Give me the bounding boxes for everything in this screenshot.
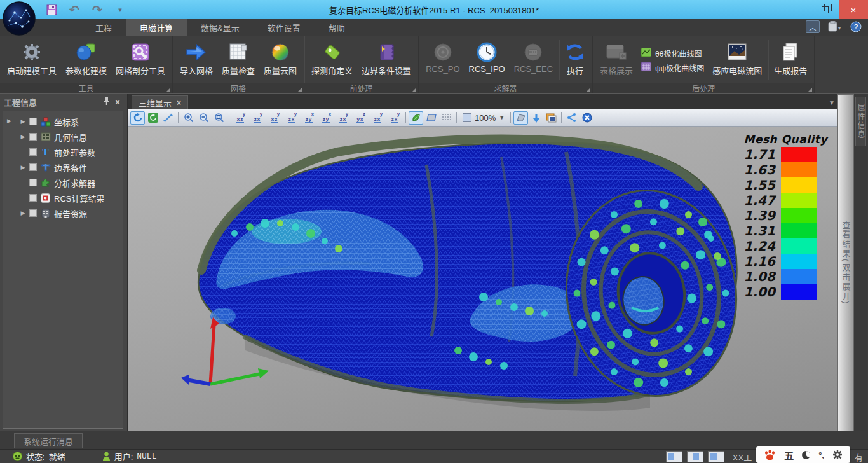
quality-check-button[interactable]: 质量检查 (217, 38, 259, 83)
tab-help[interactable]: 帮助 (315, 19, 359, 36)
arrow-down-icon[interactable] (529, 111, 543, 125)
view-preset-button[interactable]: yzx (386, 111, 403, 125)
results-collapsed-bar[interactable]: 查看结果(双击展开) (837, 94, 854, 431)
view-preset-button[interactable]: zyx (352, 111, 369, 125)
restore-button[interactable] (811, 0, 839, 19)
boundary-cfg-button[interactable]: 边界条件设置 (357, 38, 416, 83)
tree-root-expander[interactable]: ▶ (7, 118, 11, 124)
rcs-eec-button[interactable]: RCS_EEC (510, 38, 557, 83)
legend-swatch (781, 284, 817, 300)
ribbon-collapse-icon[interactable]: ︿ (806, 20, 820, 33)
group-launcher-postprocess[interactable] (808, 88, 812, 92)
tab-project[interactable]: 工程 (81, 19, 126, 36)
minimize-button[interactable]: – (783, 0, 811, 19)
puzzle-icon (40, 177, 51, 188)
tree-item-label: 坐标系 (54, 116, 79, 128)
property-info-tab[interactable]: 属性信息 (855, 97, 866, 146)
view-preset-button[interactable]: xzy (318, 111, 334, 125)
gen-report-button[interactable]: 生成报告 (770, 38, 811, 83)
ime-settings-gear-icon[interactable] (832, 450, 843, 460)
parameter-icon: T (40, 147, 51, 157)
checkbox[interactable] (29, 194, 37, 202)
tree-item-coordinates[interactable]: ▶ 坐标系 (17, 114, 123, 129)
rcs-ipo-button[interactable]: RCS_IPO (465, 38, 510, 83)
close-button[interactable]: × (839, 0, 868, 19)
legend-value: 1.31 (744, 223, 781, 238)
pick-face-icon[interactable] (513, 111, 528, 125)
tab-em-compute[interactable]: 电磁计算 (126, 19, 187, 36)
layout-right-button[interactable] (708, 451, 724, 462)
legend-swatch (781, 147, 817, 162)
tree-item-geometry[interactable]: ▶ 几何信息 (17, 129, 123, 144)
shaded-view-icon[interactable] (409, 111, 423, 125)
tab-settings[interactable]: 软件设置 (254, 19, 315, 36)
mesh-model[interactable] (128, 127, 836, 430)
mesh-tool-button[interactable]: 网格剖分工具 (111, 38, 170, 83)
zoom-level-dropdown[interactable]: 100% ▼ (459, 111, 508, 125)
wireframe-view-icon[interactable] (424, 111, 438, 125)
tab-data-display[interactable]: 数据&显示 (187, 19, 254, 36)
window-style-icon[interactable]: ▾ (827, 20, 841, 33)
checkbox[interactable] (29, 148, 37, 156)
tab-overflow-icon[interactable]: ▼ (829, 99, 835, 106)
pan-icon[interactable] (161, 111, 175, 125)
zoom-out-icon[interactable] (196, 111, 211, 125)
tree-item-boundary[interactable]: ▶ 边界条件 (17, 160, 123, 175)
tab-close-icon[interactable]: × (177, 99, 181, 107)
pin-icon[interactable] (100, 97, 112, 107)
view-preset-button[interactable]: yzx (283, 111, 300, 125)
tree-item-report-resources[interactable]: ▶ 报告资源 (17, 205, 123, 221)
legend-value: 1.08 (744, 269, 781, 284)
view-preset-button[interactable]: xzy (301, 111, 317, 125)
view-preset-button[interactable]: yzx (369, 111, 386, 125)
close-view-icon[interactable] (580, 111, 594, 125)
probe-angle-button[interactable]: 探测角定义 (307, 38, 357, 83)
view-preset-button[interactable]: yzx (335, 111, 351, 125)
checkbox[interactable] (29, 133, 37, 141)
rcs-po-button[interactable]: RCS_PO (421, 38, 464, 83)
tree-item-rcs-results[interactable]: RCS计算结果 (17, 190, 123, 205)
zoom-in-icon[interactable] (181, 111, 196, 125)
share-link-icon[interactable] (564, 111, 579, 125)
layout-left-button[interactable] (666, 451, 682, 462)
table-show-button[interactable]: 表格展示 (595, 38, 637, 83)
ime-fullhalf-icon[interactable] (802, 451, 810, 459)
checkbox[interactable] (29, 209, 37, 217)
checkbox[interactable] (29, 118, 37, 125)
group-launcher-preprocess[interactable] (412, 88, 416, 92)
import-mesh-button[interactable]: 导入网格 (175, 38, 217, 83)
ime-logo-icon[interactable] (764, 449, 776, 460)
checkbox[interactable] (29, 179, 37, 186)
scene-capture-icon[interactable] (544, 111, 559, 125)
system-message-tab[interactable]: 系统运行消息 (14, 433, 83, 448)
quality-cloud-button[interactable]: 质量云图 (259, 38, 301, 83)
viewport-canvas[interactable]: Mesh Quality 1.71 1.63 1.55 1.47 1.39 1.… (128, 127, 837, 431)
group-launcher-solver[interactable] (587, 88, 590, 92)
help-icon[interactable]: ? (849, 20, 863, 33)
launch-modeler-button[interactable]: 启动建模工具 (3, 38, 61, 83)
view-preset-button[interactable]: yxz (232, 111, 248, 125)
execute-button[interactable]: 执行 (560, 38, 590, 83)
group-launcher-tools[interactable] (166, 88, 170, 92)
points-view-icon[interactable] (439, 111, 454, 125)
tree-item-preprocess-params[interactable]: T 前处理参数 (17, 144, 123, 160)
ime-shape-mode[interactable]: 五 (784, 448, 794, 462)
zoom-extents-icon[interactable] (212, 111, 226, 125)
app-logo-icon[interactable] (2, 1, 36, 36)
panel-close-icon[interactable]: × (112, 97, 123, 107)
param-modeling-button[interactable]: 参数化建模 (61, 38, 111, 83)
tab-3d-display[interactable]: 三维显示 × (132, 95, 188, 109)
checkbox[interactable] (29, 163, 37, 171)
layout-center-button[interactable] (687, 451, 703, 462)
view-preset-button[interactable]: yxz (266, 111, 283, 125)
ime-punct-mode[interactable]: °, (818, 450, 824, 460)
quality-cloud-label: 质量云图 (264, 64, 297, 76)
tree-item-solver[interactable]: 分析求解器 (17, 175, 123, 190)
induced-flow-button[interactable]: 感应电磁流图 (708, 38, 766, 83)
view-preset-button[interactable]: yzx (249, 111, 266, 125)
spin-view-icon[interactable] (146, 111, 160, 125)
group-launcher-mesh[interactable] (298, 88, 302, 92)
theta-curve-button[interactable]: θθ极化曲线图 (641, 48, 704, 59)
psi-curve-button[interactable]: ψψ极化曲线图 (641, 62, 704, 73)
orbit-rotate-icon[interactable] (130, 111, 145, 125)
